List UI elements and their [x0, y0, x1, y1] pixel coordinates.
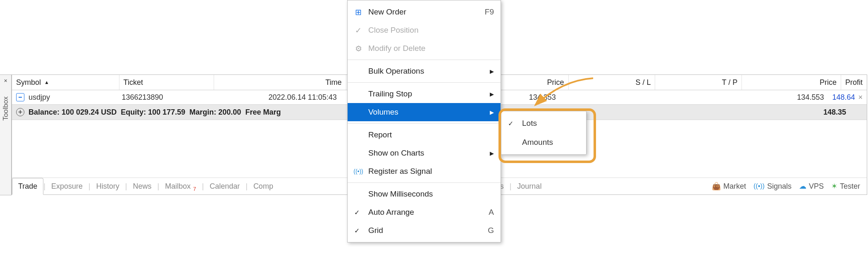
tab-exposure[interactable]: Exposure: [45, 182, 88, 191]
ctx-trailing-stop[interactable]: Trailing Stop ▶: [348, 85, 501, 103]
cell-symbol: usdjpy: [12, 90, 117, 104]
tool-signals[interactable]: ((•))Signals: [754, 182, 792, 191]
mailbox-badge: 7: [193, 186, 196, 192]
signal-icon: ((•)): [353, 168, 363, 175]
cell-price2: 134.553: [731, 90, 828, 104]
col-ticket[interactable]: Ticket: [119, 75, 215, 90]
cell-profit: 148.64 ×: [828, 90, 867, 104]
ctx-volumes[interactable]: Volumes ▶: [348, 103, 501, 121]
ctx-report[interactable]: Report: [348, 126, 501, 144]
margin-value: 200.00: [218, 108, 241, 117]
ctx-auto-arrange[interactable]: ✓ Auto Arrange A: [348, 203, 501, 221]
cloud-icon: ☁: [799, 182, 806, 191]
toolbox-sidebar: × Toolbox: [0, 74, 12, 195]
cell-tp: [645, 90, 730, 104]
gear-icon: ⚙: [353, 44, 363, 53]
col-time-label: Time: [325, 78, 341, 87]
plus-square-icon: ⊞: [353, 7, 363, 17]
ctx-bulk-operations[interactable]: Bulk Operations ▶: [348, 62, 501, 80]
chevron-right-icon: ▶: [490, 150, 494, 156]
freemargin-label: Free Marg: [245, 108, 281, 117]
cell-ticket: 1366213890: [117, 90, 211, 104]
ctx-close-position: ✓ Close Position: [348, 21, 501, 39]
tab-calendar[interactable]: Calendar: [204, 182, 246, 191]
profit-value: 148.64: [832, 93, 855, 102]
ctx-show-on-charts[interactable]: Show on Charts ▶: [348, 144, 501, 162]
sort-asc-icon: ▲: [44, 79, 49, 85]
tab-news[interactable]: News: [127, 182, 157, 191]
tool-tester[interactable]: ✶Tester: [831, 182, 860, 191]
chevron-right-icon: ▶: [490, 91, 494, 97]
tab-journal[interactable]: Journal: [511, 182, 547, 191]
equity-value: 100 177.59: [148, 108, 185, 117]
col-symbol-label: Symbol: [16, 78, 41, 87]
ctx-new-order[interactable]: ⊞ New Order F9: [348, 3, 501, 21]
volumes-submenu: ✓ Lots Amounts: [501, 111, 587, 155]
context-menu: ⊞ New Order F9 ✓ Close Position ⚙ Modify…: [347, 0, 501, 242]
signal-icon: ((•)): [754, 182, 765, 190]
expand-summary-icon[interactable]: +: [16, 108, 24, 116]
tool-vps[interactable]: ☁VPS: [799, 182, 824, 191]
ctx-show-ms[interactable]: Show Milliseconds: [348, 185, 501, 203]
col-profit-label: Profit: [845, 78, 863, 87]
bag-icon: 👜: [712, 182, 721, 191]
right-tools: 👜Market ((•))Signals ☁VPS ✶Tester: [712, 182, 867, 191]
balance-value: 100 029.24 USD: [62, 108, 117, 117]
submenu-lots[interactable]: ✓ Lots: [501, 114, 586, 133]
toolbox-close-icon[interactable]: ×: [4, 77, 7, 84]
gear-icon: ✶: [831, 182, 837, 191]
cell-symbol-text: usdjpy: [29, 93, 50, 102]
chevron-right-icon: ▶: [490, 68, 494, 74]
col-time[interactable]: Time: [214, 75, 346, 90]
col-tp-label: T / P: [722, 78, 738, 87]
shortcut-label: F9: [485, 7, 494, 17]
shortcut-label: A: [489, 208, 494, 217]
tab-mailbox[interactable]: Mailbox7: [159, 182, 202, 191]
cell-time: 2022.06.14 11:05:43: [211, 90, 341, 104]
toolbox-label: Toolbox: [2, 96, 10, 121]
col-price2[interactable]: Price: [742, 75, 841, 90]
chevron-right-icon: ▶: [490, 109, 494, 115]
equity-label: Equity:: [121, 108, 146, 117]
ctx-register-signal[interactable]: ((•)) Register as Signal: [348, 162, 501, 180]
col-tp[interactable]: T / P: [655, 75, 742, 90]
col-ticket-label: Ticket: [124, 78, 143, 87]
col-sl[interactable]: S / L: [569, 75, 656, 90]
submenu-amounts[interactable]: Amounts: [501, 133, 586, 152]
check-icon: ✓: [353, 26, 363, 35]
symbol-icon: [16, 93, 24, 101]
tool-market[interactable]: 👜Market: [712, 182, 746, 191]
col-price-label: Price: [547, 78, 564, 87]
check-icon: ✓: [354, 209, 360, 216]
summary-profit-value: 148.35: [823, 108, 863, 117]
tab-history[interactable]: History: [91, 182, 125, 191]
check-icon: ✓: [508, 120, 513, 127]
ctx-grid[interactable]: ✓ Grid G: [348, 221, 501, 240]
col-symbol[interactable]: Symbol ▲: [12, 75, 119, 90]
cell-sl: [560, 90, 645, 104]
tab-company[interactable]: Comp: [248, 182, 279, 191]
shortcut-label: G: [488, 226, 494, 235]
balance-label: Balance:: [29, 108, 60, 117]
close-position-icon[interactable]: ×: [858, 93, 863, 102]
tab-trade[interactable]: Trade: [12, 178, 43, 195]
col-sl-label: S / L: [635, 78, 651, 87]
margin-label: Margin:: [189, 108, 216, 117]
col-profit[interactable]: Profit: [841, 75, 867, 90]
check-icon: ✓: [354, 227, 360, 235]
col-price2-label: Price: [820, 78, 837, 87]
ctx-modify-delete: ⚙ Modify or Delete: [348, 39, 501, 58]
